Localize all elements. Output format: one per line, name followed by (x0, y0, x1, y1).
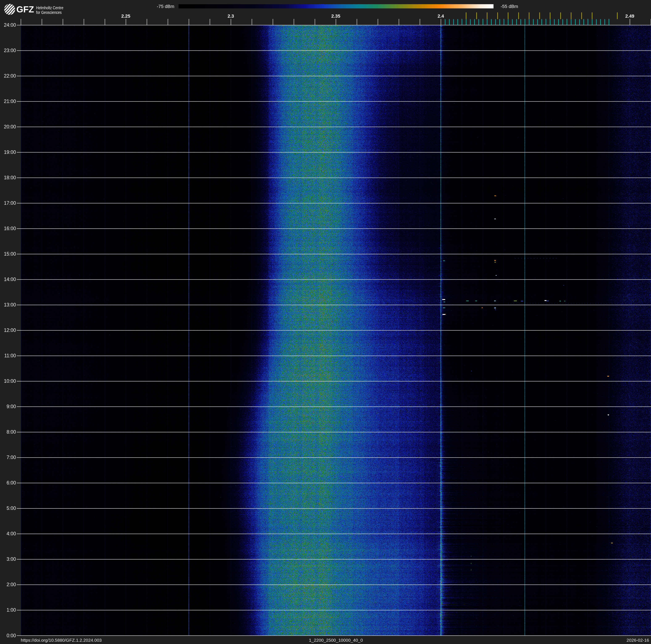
time-label-0-00: 0:00 (0, 633, 16, 638)
footer-date: 2026-02-16 (607, 638, 649, 643)
spectrogram-page: GFZ Helmholtz Centre for Geosciences -75… (0, 0, 651, 644)
freq-label-2.3: 2.3 (228, 14, 234, 19)
time-label-11-00: 11:00 (0, 353, 16, 358)
time-label-10-00: 10:00 (0, 379, 16, 384)
colorbar-gradient (179, 4, 494, 8)
time-label-12-00: 12:00 (0, 328, 16, 333)
time-label-14-00: 14:00 (0, 277, 16, 282)
time-label-9-00: 9:00 (0, 404, 16, 409)
time-label-21-00: 21:00 (0, 99, 16, 104)
time-label-1-00: 1:00 (0, 608, 16, 612)
freq-label-2.35: 2.35 (331, 14, 340, 19)
time-label-24-00: 24:00 (0, 23, 16, 28)
logo-abbreviation: GFZ (17, 5, 34, 14)
time-label-20-00: 20:00 (0, 124, 16, 129)
footer-doi-link[interactable]: https://doi.org/10.5880/GFZ.1.2.2024.003 (21, 638, 102, 643)
freq-label-2.4: 2.4 (438, 14, 444, 19)
time-label-8-00: 8:00 (0, 430, 16, 435)
time-label-5-00: 5:00 (0, 506, 16, 511)
colorbar-max-label: -55 dBm (501, 4, 518, 9)
freq-label-2.49: 2.49 (625, 14, 634, 19)
time-label-23-00: 23:00 (0, 48, 16, 53)
time-label-6-00: 6:00 (0, 480, 16, 485)
time-label-22-00: 22:00 (0, 74, 16, 79)
logo-subtitle: Helmholtz Centre for Geosciences (36, 5, 63, 15)
time-label-7-00: 7:00 (0, 455, 16, 460)
time-label-18-00: 18:00 (0, 175, 16, 180)
footer-dataset-title: 1_2200_2500_10000_40_0 (309, 638, 363, 643)
time-label-4-00: 4:00 (0, 531, 16, 536)
logo-subtitle-line2: for Geosciences (36, 10, 63, 15)
time-label-13-00: 13:00 (0, 302, 16, 307)
time-label-15-00: 15:00 (0, 252, 16, 257)
colorbar-min-label: -75 dBm (145, 4, 174, 9)
time-label-19-00: 19:00 (0, 150, 16, 155)
spectrogram-canvas (0, 0, 651, 644)
freq-label-2.25: 2.25 (121, 14, 130, 19)
time-label-3-00: 3:00 (0, 557, 16, 562)
logo-subtitle-line1: Helmholtz Centre (36, 5, 63, 10)
time-label-17-00: 17:00 (0, 201, 16, 206)
time-label-16-00: 16:00 (0, 226, 16, 231)
time-label-2-00: 2:00 (0, 582, 16, 587)
